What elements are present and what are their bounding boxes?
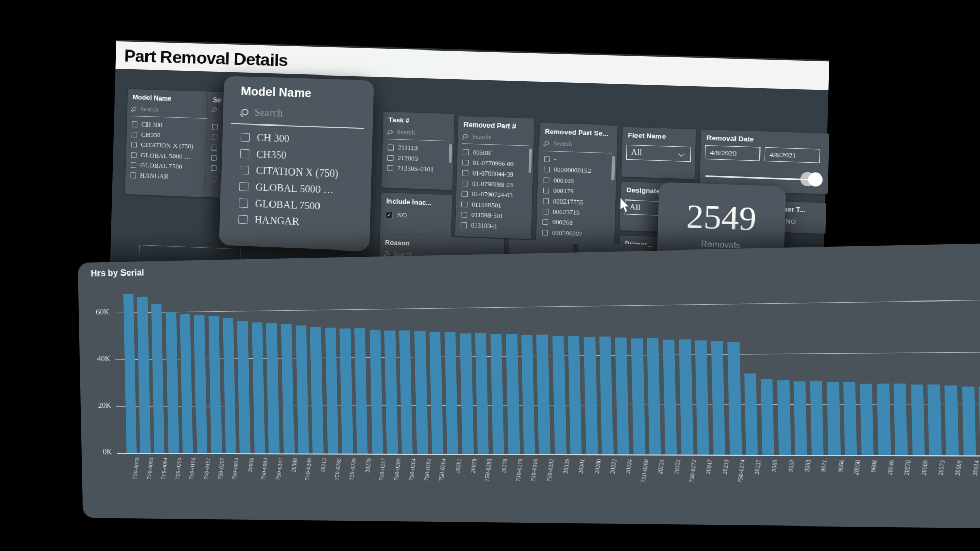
checkbox-icon[interactable] — [240, 165, 249, 174]
bar[interactable] — [962, 387, 976, 455]
checkbox-icon[interactable] — [462, 159, 469, 165]
checkbox-icon[interactable] — [211, 165, 216, 170]
list-item[interactable]: ✓ NO — [386, 209, 448, 222]
bar[interactable] — [695, 340, 709, 455]
bar[interactable] — [194, 315, 207, 453]
checkbox-icon[interactable] — [542, 219, 548, 225]
bar[interactable] — [744, 374, 758, 455]
date-slider-handle[interactable] — [808, 172, 823, 187]
checkbox-icon[interactable] — [131, 162, 136, 168]
scrollbar[interactable] — [449, 144, 452, 163]
bar[interactable] — [151, 304, 164, 453]
list-item[interactable]: 013100-3 — [461, 219, 527, 233]
checkbox-icon[interactable] — [461, 222, 467, 228]
search-input[interactable]: Search — [463, 132, 491, 141]
checkbox-icon[interactable] — [240, 149, 250, 158]
bar[interactable] — [877, 383, 891, 455]
checkbox-icon[interactable] — [211, 155, 217, 160]
bar[interactable] — [354, 328, 368, 453]
bar[interactable] — [521, 335, 535, 454]
bar[interactable] — [180, 314, 193, 453]
bar[interactable] — [827, 382, 841, 455]
bar[interactable] — [679, 339, 693, 455]
search-input[interactable]: Search — [544, 139, 572, 148]
bar[interactable] — [237, 321, 251, 453]
bar[interactable] — [927, 384, 942, 455]
checkbox-icon[interactable] — [241, 133, 250, 142]
checkbox-icon[interactable] — [543, 208, 549, 214]
checkbox-icon[interactable] — [130, 172, 136, 178]
bar[interactable] — [252, 322, 265, 453]
bar[interactable] — [399, 330, 413, 454]
checkbox-icon[interactable] — [132, 132, 137, 137]
fleet-name-dropdown[interactable]: All — [626, 145, 691, 162]
checkbox-icon[interactable] — [211, 175, 216, 181]
list-item[interactable]: 212305-0101 — [387, 163, 449, 176]
bar[interactable] — [711, 341, 725, 455]
checkbox-icon[interactable] — [212, 124, 218, 130]
bar[interactable] — [310, 327, 324, 454]
bar[interactable] — [663, 339, 677, 454]
checkbox-icon[interactable] — [461, 201, 468, 207]
bar[interactable] — [761, 379, 774, 455]
bar[interactable] — [445, 332, 458, 454]
bar[interactable] — [165, 312, 179, 453]
bar[interactable] — [339, 329, 353, 454]
bar[interactable] — [552, 336, 566, 454]
checkbox-icon[interactable] — [388, 144, 394, 151]
bar[interactable] — [568, 336, 582, 454]
bar[interactable] — [137, 297, 151, 453]
checkbox-icon[interactable] — [131, 142, 137, 147]
start-date-input[interactable]: 4/9/2020 — [705, 145, 761, 161]
bar[interactable] — [281, 324, 294, 453]
bar[interactable] — [491, 334, 504, 454]
end-date-input[interactable]: 4/8/2021 — [764, 147, 820, 163]
checkbox-icon[interactable] — [461, 212, 467, 218]
checkbox-icon[interactable] — [461, 191, 468, 197]
bar[interactable] — [223, 318, 236, 453]
checkbox-icon[interactable] — [544, 177, 550, 183]
bar[interactable] — [208, 316, 222, 453]
bar[interactable] — [536, 335, 550, 454]
bar[interactable] — [429, 332, 443, 454]
bar[interactable] — [843, 382, 857, 455]
search-input[interactable]: Search — [132, 105, 159, 114]
checkbox-icon[interactable] — [132, 121, 137, 127]
checkbox-icon[interactable] — [212, 134, 217, 140]
checked-checkbox-icon[interactable]: ✓ — [386, 211, 393, 218]
bar[interactable] — [414, 331, 428, 454]
bar[interactable] — [860, 383, 874, 455]
bar[interactable] — [123, 294, 137, 453]
checkbox-icon[interactable] — [131, 152, 136, 158]
bar[interactable] — [325, 328, 338, 454]
bar[interactable] — [296, 325, 309, 454]
checkbox-icon[interactable] — [543, 198, 549, 204]
checkbox-icon[interactable] — [462, 180, 468, 186]
search-input[interactable]: Search — [388, 128, 415, 137]
search-input[interactable]: Search — [241, 106, 283, 119]
scrollbar[interactable] — [529, 149, 532, 173]
checkbox-icon[interactable] — [239, 182, 249, 191]
search-input[interactable] — [213, 107, 221, 112]
checkbox-icon[interactable] — [463, 149, 469, 155]
bar[interactable] — [794, 381, 807, 455]
checkbox-icon[interactable] — [387, 165, 393, 171]
bar[interactable] — [727, 342, 742, 455]
bar[interactable] — [894, 383, 908, 455]
checkbox-icon[interactable] — [212, 144, 217, 150]
checkbox-icon[interactable] — [543, 187, 549, 193]
checkbox-icon[interactable] — [542, 230, 548, 236]
checkbox-icon[interactable] — [239, 198, 248, 208]
checkbox-icon[interactable] — [238, 215, 248, 224]
bar[interactable] — [777, 380, 791, 455]
bar[interactable] — [810, 381, 824, 455]
bar[interactable] — [460, 333, 474, 454]
list-item[interactable]: HANGAR — [130, 170, 209, 183]
checkbox-icon[interactable] — [544, 156, 550, 162]
bar[interactable] — [475, 333, 489, 454]
bar[interactable] — [911, 384, 924, 455]
bar[interactable] — [384, 330, 398, 453]
bar[interactable] — [631, 339, 645, 455]
checkbox-icon[interactable] — [462, 170, 469, 176]
bar[interactable] — [945, 386, 959, 456]
